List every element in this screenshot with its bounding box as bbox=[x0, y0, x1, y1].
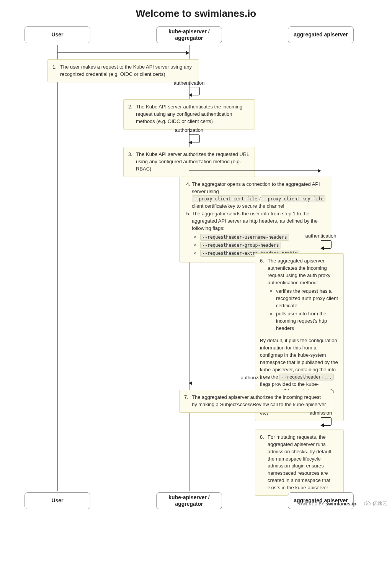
step6-b1: verifies the request has a recognized au… bbox=[276, 288, 339, 310]
selfloop-authn2 bbox=[321, 240, 332, 249]
step6-a: The aggregated apiserver authenticates t… bbox=[268, 258, 330, 285]
footer: POWERED BY swimlanes.io 亿速云 bbox=[296, 500, 387, 507]
step4-code2: --proxy-client-key-file bbox=[261, 195, 325, 202]
lane-agg-top: aggregated apiserver bbox=[288, 26, 354, 43]
label-admission: admission bbox=[310, 410, 332, 416]
note-step7: 7. The aggregated apiserver authorizes t… bbox=[179, 390, 332, 413]
step4: The aggregator opens a connection to the… bbox=[192, 181, 327, 210]
brand: swimlanes.io bbox=[325, 501, 356, 507]
label-authn2: authentication bbox=[305, 233, 336, 239]
step6-code: --requestheader-... bbox=[279, 374, 334, 380]
step3-text: The Kube API server authorizes the reque… bbox=[136, 151, 250, 173]
note-step1: 1. The user makes a request to the Kube … bbox=[47, 59, 199, 82]
note-step2: 2. The Kube API server authenticates the… bbox=[123, 99, 255, 130]
step6-num: 6. bbox=[260, 257, 268, 333]
note-step8: 8. For mutating requests, the aggregated… bbox=[255, 430, 344, 496]
powered-by: POWERED BY swimlanes.io bbox=[296, 501, 356, 507]
arrow-user-to-kube bbox=[57, 52, 189, 53]
note-step3: 3. The Kube API server authorizes the re… bbox=[123, 147, 255, 177]
step4-text-a: The aggregator opens a connection to the… bbox=[192, 181, 320, 194]
step4-text-b: client certificate/key to secure the cha… bbox=[192, 203, 284, 209]
note-step4-5: The aggregator opens a connection to the… bbox=[179, 177, 332, 262]
step7-num: 7. bbox=[184, 394, 192, 408]
page-title: Welcome to swimlanes.io bbox=[0, 0, 392, 26]
label-authn1: authentication bbox=[174, 80, 205, 87]
lane-kube-top: kube-apiserver / aggregator bbox=[156, 26, 222, 43]
lane-user-top: User bbox=[24, 26, 90, 43]
step1-num: 1. bbox=[52, 64, 60, 78]
selfloop-authn1 bbox=[189, 87, 200, 95]
selfloop-admission bbox=[321, 417, 332, 426]
step8-num: 8. bbox=[260, 434, 268, 492]
step2-text: The Kube API server authenticates the in… bbox=[136, 103, 250, 125]
cloud-icon bbox=[363, 501, 371, 506]
selfloop-authz1 bbox=[189, 134, 200, 143]
step1-text: The user makes a request to the Kube API… bbox=[60, 64, 194, 78]
svg-point-0 bbox=[366, 503, 368, 505]
label-authz2: authorization bbox=[241, 375, 269, 381]
arrow-kube-to-agg bbox=[189, 171, 321, 171]
lane-user-bottom: User bbox=[24, 492, 90, 509]
step7-text: The aggregated apiserver authorizes the … bbox=[192, 394, 327, 408]
step5-text: The aggregator sends the user info from … bbox=[192, 211, 318, 231]
step5-flag2: --requestheader-group-headers bbox=[200, 242, 327, 249]
step6-b2: pulls user info from the incoming reques… bbox=[276, 310, 339, 332]
step3-num: 3. bbox=[128, 151, 136, 173]
diagram-canvas: User kube-apiserver / aggregator aggrega… bbox=[24, 26, 368, 509]
arrow-agg-to-kube bbox=[189, 383, 321, 383]
watermark: 亿速云 bbox=[363, 500, 387, 507]
label-authz1: authorization bbox=[175, 127, 203, 134]
lane-kube-bottom: kube-apiserver / aggregator bbox=[156, 492, 222, 509]
lifeline-user bbox=[57, 45, 58, 491]
step2-num: 2. bbox=[128, 103, 136, 125]
step4-code1: --proxy-client-cert-file bbox=[192, 195, 259, 202]
step8-text: For mutating requests, the aggregated ap… bbox=[268, 434, 339, 492]
